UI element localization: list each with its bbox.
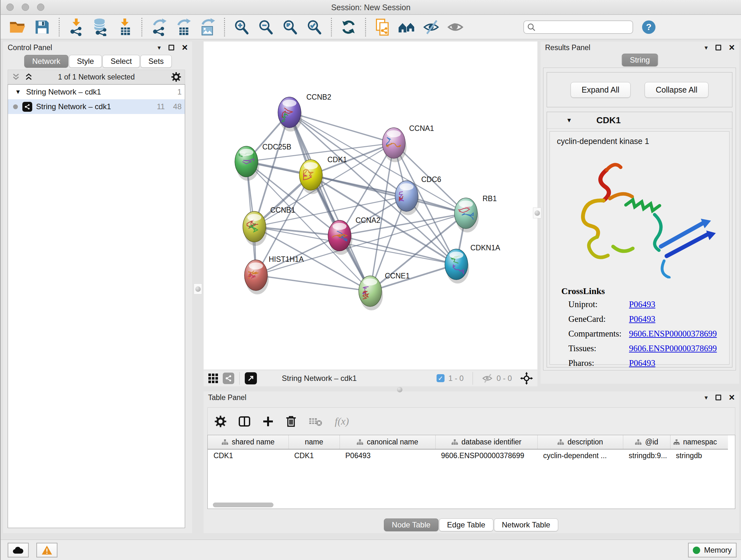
tab-select[interactable]: Select <box>103 55 140 68</box>
tab-edge-table[interactable]: Edge Table <box>439 518 493 531</box>
network-node-CCNE1[interactable]: CCNE1 <box>359 272 410 310</box>
function-builder-icon[interactable]: f(x) <box>335 415 349 427</box>
save-session-button[interactable] <box>32 17 52 37</box>
selected-checkbox-icon[interactable]: ✓ <box>436 374 445 382</box>
col-id[interactable]: @id <box>623 435 670 449</box>
panel-close-icon[interactable]: × <box>182 45 188 51</box>
gene-section-header[interactable]: ▼ CDK1 <box>547 112 732 129</box>
add-column-icon[interactable] <box>263 416 273 427</box>
memory-button[interactable]: Memory <box>688 543 737 557</box>
network-edge-CCNB2-CCNE1[interactable] <box>289 112 370 291</box>
panel-menu-icon[interactable]: ▾ <box>704 394 708 401</box>
horizontal-splitter-handle[interactable] <box>397 387 402 392</box>
gear-icon[interactable] <box>215 416 226 427</box>
control-panel-tabs: Network Style Select Sets <box>24 55 172 68</box>
left-splitter-handle[interactable] <box>194 284 202 294</box>
network-collection-row[interactable]: ▼ String Network – cdk1 1 <box>8 84 185 99</box>
cell-id[interactable]: stringdb:9... <box>623 449 670 462</box>
open-session-button[interactable] <box>8 17 28 37</box>
show-all-button[interactable] <box>446 17 465 37</box>
col-canonical-name[interactable]: canonical name <box>340 435 435 449</box>
new-network-from-selection-button[interactable] <box>373 17 393 37</box>
col-name[interactable]: name <box>288 435 340 449</box>
network-node-RB1[interactable]: RB1 <box>455 194 497 233</box>
crosslink-uniprot[interactable]: P06493 <box>629 300 656 309</box>
collapse-all-button[interactable]: Collapse All <box>645 82 709 98</box>
network-canvas[interactable]: CCNB2CCNA1CDC25BCDK1CDC6RB1CCNB1CCNA2CDK… <box>204 42 537 370</box>
cell-name[interactable]: CDK1 <box>288 449 340 462</box>
network-share-icon[interactable] <box>223 373 234 384</box>
crosslink-pharos[interactable]: P06493 <box>629 358 656 368</box>
import-network-database-button[interactable] <box>91 17 111 37</box>
network-row-selected[interactable]: String Network – cdk1 11 48 <box>8 99 185 114</box>
table-row[interactable]: CDK1 CDK1 P06493 9606.ENSP00000378699 cy… <box>208 449 728 462</box>
col-shared-name[interactable]: shared name <box>208 435 288 449</box>
panel-float-icon[interactable] <box>716 45 721 51</box>
tab-sets[interactable]: Sets <box>140 55 172 68</box>
delete-column-icon[interactable] <box>286 415 296 428</box>
horizontal-scrollbar[interactable] <box>213 503 273 507</box>
col-database-identifier[interactable]: database identifier <box>435 435 537 449</box>
panel-float-icon[interactable] <box>716 395 721 400</box>
export-network-button[interactable] <box>149 17 169 37</box>
grid-view-icon[interactable] <box>208 373 218 383</box>
warning-button[interactable] <box>37 543 57 557</box>
zoom-in-button[interactable] <box>232 17 252 37</box>
search-input[interactable] <box>536 23 625 31</box>
import-network-file-button[interactable] <box>66 17 86 37</box>
expand-all-button[interactable]: Expand All <box>570 82 630 98</box>
zoom-selected-button[interactable] <box>305 17 324 37</box>
refresh-layout-button[interactable] <box>339 17 358 37</box>
network-icon <box>22 102 32 112</box>
column-type-icon <box>673 439 680 445</box>
table-panel: Table Panel ▾ × <box>204 391 739 533</box>
network-tree: ▼ String Network – cdk1 1 String Network… <box>8 84 185 528</box>
help-button[interactable]: ? <box>642 20 656 34</box>
zoom-fit-button[interactable] <box>280 17 300 37</box>
cloud-status-button[interactable] <box>8 543 29 557</box>
cell-database-identifier[interactable]: 9606.ENSP00000378699 <box>435 449 537 462</box>
col-namespace[interactable]: namespac <box>670 435 728 449</box>
show-columns-icon[interactable] <box>239 416 251 427</box>
delete-table-icon[interactable] <box>309 416 323 427</box>
minimize-window-button[interactable] <box>22 3 29 11</box>
crosslink-tissues[interactable]: 9606.ENSP00000378699 <box>629 344 717 354</box>
cell-canonical-name[interactable]: P06493 <box>340 449 435 462</box>
import-table-button[interactable] <box>115 17 135 37</box>
tree-expander-icon[interactable]: ▼ <box>15 88 21 96</box>
network-edge-CCNE1-HIST1H1A[interactable] <box>256 275 370 291</box>
cell-description[interactable]: cyclin-dependent ... <box>537 449 623 462</box>
panel-close-icon[interactable]: × <box>729 395 735 400</box>
node-count: 11 <box>157 102 165 111</box>
col-description[interactable]: description <box>537 435 623 449</box>
tab-style[interactable]: Style <box>69 55 102 68</box>
maximize-window-button[interactable] <box>37 3 44 11</box>
network-node-HIST1H1A[interactable]: HIST1H1A <box>245 255 304 294</box>
first-neighbors-button[interactable] <box>397 17 417 37</box>
tab-node-table[interactable]: Node Table <box>384 518 439 531</box>
crosslink-compartments[interactable]: 9606.ENSP00000378699 <box>629 329 717 339</box>
tab-network[interactable]: Network <box>24 55 68 68</box>
zoom-out-button[interactable] <box>256 17 276 37</box>
right-splitter-handle[interactable] <box>533 207 541 219</box>
panel-menu-icon[interactable]: ▾ <box>704 44 708 51</box>
panel-menu-icon[interactable]: ▾ <box>158 44 161 51</box>
detach-view-icon[interactable] <box>245 372 257 384</box>
close-window-button[interactable] <box>6 3 14 11</box>
cell-shared-name[interactable]: CDK1 <box>208 449 288 462</box>
tab-network-table[interactable]: Network Table <box>494 518 558 531</box>
cell-namespace[interactable]: stringdb <box>670 449 728 462</box>
pan-crosshair-icon[interactable] <box>520 372 533 385</box>
export-table-button[interactable] <box>173 17 193 37</box>
panel-float-icon[interactable] <box>169 45 174 51</box>
section-expander-icon[interactable]: ▼ <box>566 117 572 124</box>
panel-close-icon[interactable]: × <box>729 45 735 51</box>
network-edge-CCNB2-CCNA1[interactable] <box>289 112 394 143</box>
crosslink-genecard[interactable]: P06493 <box>629 314 656 324</box>
hide-selected-button[interactable] <box>421 17 441 37</box>
eye-slash-icon <box>423 19 440 35</box>
network-edge-CDKN1A-CCNE1[interactable] <box>370 264 456 291</box>
export-image-button[interactable] <box>198 17 217 37</box>
network-node-CDKN1A[interactable]: CDKN1A <box>445 244 500 284</box>
tab-string[interactable]: String <box>622 54 658 66</box>
